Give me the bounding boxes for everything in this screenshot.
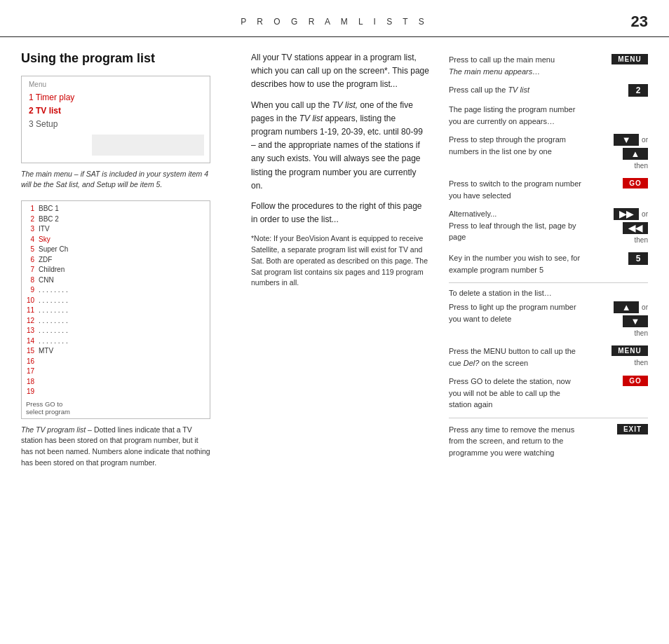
go-button-1[interactable]: GO [623, 178, 648, 189]
step-call-tvlist: Press call up the TV list 2 [449, 84, 648, 97]
arrow-down-button[interactable]: ▼ [614, 134, 639, 146]
or-label-2: or [642, 210, 648, 218]
num-5-button[interactable]: 5 [628, 252, 648, 265]
tv-list-caption: The TV program list – Dotted lines indic… [21, 425, 210, 469]
tv-list-table: 1BBC 1 2BBC 2 3ITV 4Sky 5Super Ch 6ZDF 7… [25, 204, 205, 397]
arrow-up-del-button[interactable]: ▲ [614, 301, 639, 313]
page-header: P R O G R A M L I S T S 23 [0, 0, 669, 37]
footnote: *Note: If your BeoVision Avant is equipp… [251, 233, 429, 289]
list-item: 18 [25, 377, 205, 388]
step-light-up: Press to light up the program number you… [449, 301, 648, 338]
list-item: 14. . . . . . . . [25, 336, 205, 347]
left-column: Using the program list Menu 1 Timer play… [21, 51, 238, 629]
step-press-go-del: Press GO to delete the station, now you … [449, 376, 648, 411]
step-ctrl-light-up: ▲ or ▼ then [592, 301, 648, 338]
menu-item-tvlist: 2 TV list [29, 104, 203, 118]
list-item: 7Children [25, 265, 205, 275]
right-col-inner: Press to call up the main menu The main … [449, 51, 648, 458]
step-ctrl-switch-to: GO [592, 178, 648, 189]
step-desc-light-up: Press to light up the program number you… [449, 301, 592, 324]
or-label-3: or [642, 303, 648, 311]
exit-button[interactable]: EXIT [617, 424, 648, 434]
list-item: 19 [25, 387, 205, 397]
list-item: 5Super Ch [25, 245, 205, 255]
list-item: 10. . . . . . . . [25, 296, 205, 306]
step-page-appears: The page listing the program number you … [449, 104, 648, 127]
go-button-2[interactable]: GO [623, 376, 648, 386]
ff-button[interactable]: ▶▶ [614, 208, 639, 220]
step-ctrl-exit: EXIT [592, 424, 648, 434]
then-label-2: then [635, 236, 648, 244]
list-item: 1BBC 1 [25, 204, 205, 214]
step-desc-tvlist: Press call up the TV list [449, 84, 592, 96]
list-item: 9. . . . . . . . [25, 285, 205, 296]
step-ctrl-tvlist: 2 [592, 84, 648, 97]
delete-header: To delete a station in the list… [449, 289, 648, 297]
step-ctrl-step-through: ▼ or ▲ then [592, 134, 648, 171]
list-item: 15MTV [25, 346, 205, 357]
list-item: 8CNN [25, 275, 205, 286]
list-item: 2BBC 2 [25, 214, 205, 225]
menu-item-setup: 3 Setup [29, 118, 203, 131]
num-2-button[interactable]: 2 [628, 84, 648, 97]
step-key-in: Key in the number you wish to see, for e… [449, 252, 648, 275]
list-item: 11. . . . . . . . [25, 306, 205, 316]
page-title: P R O G R A M L I S T S [42, 17, 627, 27]
step-ctrl-alternatively: ▶▶ or ◀◀ then [592, 208, 648, 245]
menu-label: Menu [29, 81, 203, 88]
right-column: Press to call up the main menu The main … [442, 51, 648, 629]
step-desc-menu: Press to call up the main menu The main … [449, 54, 592, 77]
list-item: 12. . . . . . . . [25, 316, 205, 327]
step-desc-alternatively: Alternatively...Press to leaf through th… [449, 208, 592, 243]
menu-caption: The main menu – if SAT is included in yo… [21, 169, 210, 191]
step-ctrl-menu: MENU [592, 54, 648, 64]
list-item: 16 [25, 357, 205, 367]
then-label-3: then [635, 329, 648, 337]
arrow-down-del-button[interactable]: ▼ [623, 315, 648, 327]
step-press-menu-del: Press the MENU button to call up the cue… [449, 345, 648, 369]
menu-item-timer: 1 Timer play [29, 91, 203, 104]
step-exit: Press any time to remove the menus from … [449, 424, 648, 459]
list-item: 6ZDF [25, 255, 205, 266]
menu-box: Menu 1 Timer play 2 TV list 3 Setup [21, 76, 210, 163]
menu-button-2[interactable]: MENU [611, 345, 648, 356]
divider-1 [449, 282, 648, 283]
main-text-2: When you call up the TV list, one of the… [251, 99, 429, 193]
main-text-3: Follow the procedures to the right of th… [251, 200, 429, 226]
step-desc-exit: Press any time to remove the menus from … [449, 424, 592, 459]
step-ctrl-key-in: 5 [592, 252, 648, 265]
arrow-up-button[interactable]: ▲ [623, 148, 648, 160]
step-desc-switch-to: Press to switch to the program number yo… [449, 178, 592, 201]
step-ctrl-press-go-del: GO [592, 376, 648, 386]
main-content: Using the program list Menu 1 Timer play… [0, 37, 669, 643]
menu-button[interactable]: MENU [611, 54, 648, 64]
step-step-through: Press to step through the program number… [449, 134, 648, 171]
tv-list-bottom-text: Press GO toselect program [25, 397, 205, 416]
middle-column: All your TV stations appear in a program… [238, 51, 442, 629]
step-call-menu: Press to call up the main menu The main … [449, 54, 648, 77]
or-label-1: or [642, 136, 648, 144]
main-text-1: All your TV stations appear in a program… [251, 51, 429, 92]
step-alternatively: Alternatively...Press to leaf through th… [449, 208, 648, 245]
step-ctrl-press-menu-del: MENU then [592, 345, 648, 368]
step-desc-press-menu-del: Press the MENU button to call up the cue… [449, 345, 592, 369]
page-number: 23 [627, 13, 648, 31]
then-label-4: then [635, 359, 648, 366]
rew-button[interactable]: ◀◀ [623, 222, 648, 234]
step-desc-step-through: Press to step through the program number… [449, 134, 592, 157]
section-title: Using the program list [21, 51, 224, 66]
step-desc-page-appears: The page listing the program number you … [449, 104, 592, 127]
step-desc-press-go-del: Press GO to delete the station, now you … [449, 376, 592, 411]
list-item: 3ITV [25, 224, 205, 235]
list-item: 4Sky [25, 235, 205, 245]
divider-2 [449, 418, 648, 418]
then-label-1: then [635, 162, 648, 170]
list-item: 17 [25, 366, 205, 377]
step-desc-key-in: Key in the number you wish to see, for e… [449, 252, 592, 275]
tv-list-box: 1BBC 1 2BBC 2 3ITV 4Sky 5Super Ch 6ZDF 7… [21, 200, 210, 419]
list-item: 13. . . . . . . . [25, 326, 205, 336]
step-switch-to: Press to switch to the program number yo… [449, 178, 648, 201]
